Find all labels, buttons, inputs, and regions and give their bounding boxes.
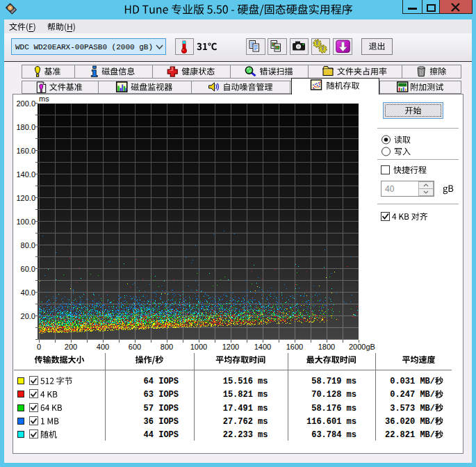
svg-text:200: 200 bbox=[65, 343, 77, 351]
svg-text:80.0: 80.0 bbox=[21, 241, 35, 249]
svg-text:400: 400 bbox=[97, 343, 109, 351]
svg-text:1000: 1000 bbox=[190, 343, 207, 351]
svg-text:58.176 ms: 58.176 ms bbox=[311, 404, 356, 413]
svg-text:160.0: 160.0 bbox=[16, 147, 35, 155]
svg-text:600: 600 bbox=[129, 343, 141, 351]
svg-text:180.0: 180.0 bbox=[16, 123, 35, 131]
svg-text:1200: 1200 bbox=[222, 343, 239, 351]
svg-text:64 IOPS: 64 IOPS bbox=[144, 377, 179, 386]
svg-text:17.491 ms: 17.491 ms bbox=[223, 404, 268, 413]
svg-text:36.020 MB/: 36.020 MB/ bbox=[385, 417, 435, 427]
svg-text:58.719 ms: 58.719 ms bbox=[311, 377, 356, 386]
svg-text:1400: 1400 bbox=[254, 343, 271, 351]
svg-text:27.762 ms: 27.762 ms bbox=[223, 417, 268, 427]
svg-text:20.0: 20.0 bbox=[21, 312, 35, 320]
svg-text:100.0: 100.0 bbox=[16, 218, 35, 226]
svg-text:1600: 1600 bbox=[286, 343, 303, 351]
svg-text:0.031 MB/: 0.031 MB/ bbox=[390, 377, 435, 386]
svg-text:ms: ms bbox=[39, 95, 49, 103]
svg-text:140.0: 140.0 bbox=[16, 170, 35, 179]
svg-text:63.784 ms: 63.784 ms bbox=[311, 430, 356, 440]
svg-text:3.573 MB/: 3.573 MB/ bbox=[390, 404, 435, 413]
svg-text:63 IOPS: 63 IOPS bbox=[144, 390, 179, 400]
svg-text:0: 0 bbox=[37, 343, 41, 351]
svg-text:40: 40 bbox=[385, 184, 395, 194]
svg-text:22.821 MB/: 22.821 MB/ bbox=[385, 430, 435, 440]
svg-text:800: 800 bbox=[161, 343, 173, 351]
svg-text:120.0: 120.0 bbox=[16, 194, 35, 202]
svg-text:60.0: 60.0 bbox=[21, 265, 35, 273]
svg-text:15.821 ms: 15.821 ms bbox=[223, 390, 268, 400]
svg-text:15.516 ms: 15.516 ms bbox=[223, 377, 268, 386]
svg-text:36 IOPS: 36 IOPS bbox=[144, 417, 179, 427]
svg-text:57 IOPS: 57 IOPS bbox=[144, 404, 179, 413]
svg-text:40.0: 40.0 bbox=[21, 288, 35, 297]
svg-text:1800: 1800 bbox=[318, 343, 335, 351]
svg-text:0.247 MB/: 0.247 MB/ bbox=[390, 390, 435, 400]
svg-text:2000gB: 2000gB bbox=[349, 343, 375, 351]
svg-text:44 IOPS: 44 IOPS bbox=[144, 430, 179, 440]
svg-text:WDC WD20EARX-00PASB0 (2000 gB): WDC WD20EARX-00PASB0 (2000 gB) bbox=[15, 43, 153, 51]
svg-text:70.128 ms: 70.128 ms bbox=[311, 390, 356, 400]
svg-text:116.601 ms: 116.601 ms bbox=[306, 417, 356, 427]
svg-text:200.0: 200.0 bbox=[16, 99, 35, 108]
svg-text:22.233 ms: 22.233 ms bbox=[223, 430, 268, 440]
